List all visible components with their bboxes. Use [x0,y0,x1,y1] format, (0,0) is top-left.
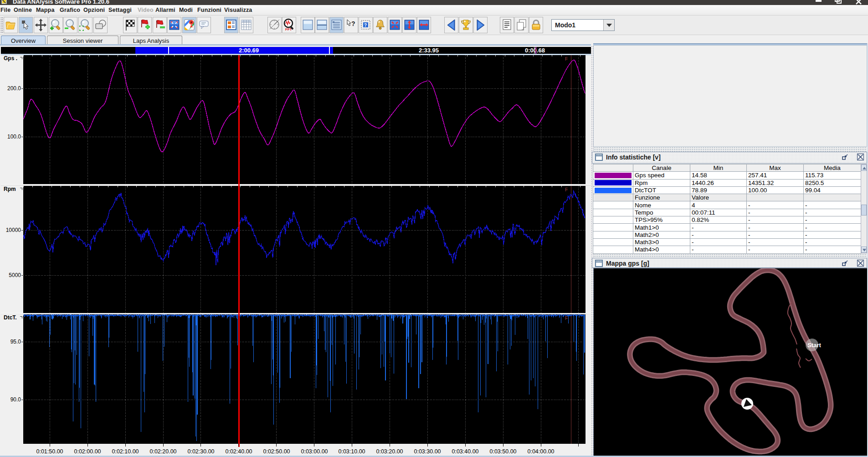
svg-text:F: F [565,316,568,321]
svg-text:0:02:20.00: 0:02:20.00 [149,448,176,455]
svg-text:0:04:00.00: 0:04:00.00 [527,448,554,455]
svg-text:0:02:30.00: 0:02:30.00 [187,448,214,455]
svg-text:0:02:50.00: 0:02:50.00 [263,448,290,455]
svg-text:0:03:40.00: 0:03:40.00 [452,448,478,455]
svg-text:0:00.68: 0:00.68 [525,47,545,54]
svg-text:10000: 10000 [6,227,21,233]
svg-text:95.0: 95.0 [10,339,21,345]
svg-text:100.0: 100.0 [7,134,21,140]
svg-text:0:01:50.00: 0:01:50.00 [36,448,63,455]
svg-text:F: F [565,187,568,192]
svg-text:0:03:30.00: 0:03:30.00 [414,448,441,455]
svg-text:0:03:00.00: 0:03:00.00 [301,448,328,455]
svg-text:F: F [565,56,568,62]
svg-text:5000: 5000 [9,272,21,278]
svg-text:2:33.95: 2:33.95 [419,47,439,54]
svg-text:2:00.69: 2:00.69 [239,47,259,54]
svg-text:0:03:50.00: 0:03:50.00 [489,448,516,455]
svg-text:Gps .: Gps . [4,55,17,62]
svg-text:0:02:40.00: 0:02:40.00 [225,448,252,455]
svg-text:DtcT.: DtcT. [4,314,17,321]
svg-text:0:03:10.00: 0:03:10.00 [338,448,365,455]
svg-text:90.0: 90.0 [10,396,21,403]
svg-text:200.0: 200.0 [7,85,21,92]
svg-text:0:02:10.00: 0:02:10.00 [112,448,139,455]
svg-text:Start: Start [807,342,821,349]
svg-text:Rpm: Rpm [4,186,16,192]
svg-text:0:03:20.00: 0:03:20.00 [376,448,403,455]
svg-text:0:02:00.00: 0:02:00.00 [74,448,101,455]
